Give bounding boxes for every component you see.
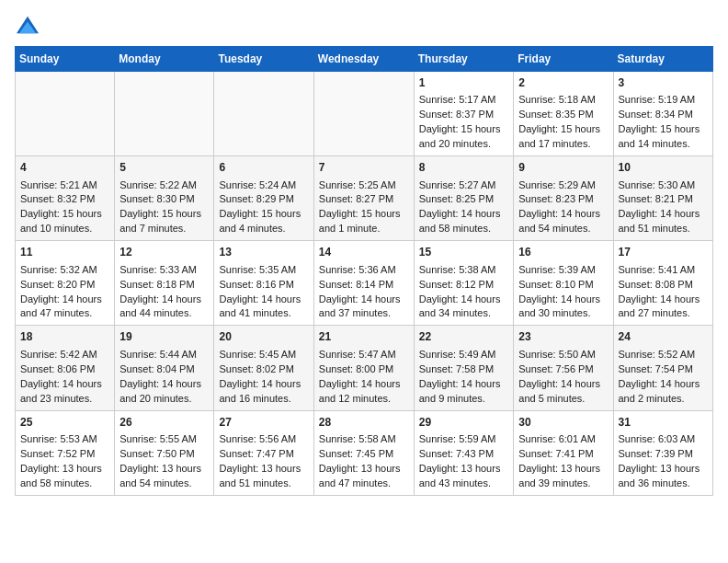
day-number: 10: [619, 160, 709, 176]
sunset-text: Sunset: 8:18 PM: [119, 279, 194, 290]
sunrise-text: Sunrise: 5:29 AM: [518, 179, 596, 190]
sunrise-text: Sunrise: 5:45 AM: [219, 349, 296, 360]
calendar-table: SundayMondayTuesdayWednesdayThursdayFrid…: [15, 46, 713, 496]
sunrise-text: Sunrise: 5:17 AM: [419, 94, 496, 105]
day-number: 16: [518, 245, 608, 260]
calendar-cell: 22Sunrise: 5:49 AMSunset: 7:58 PMDayligh…: [414, 326, 514, 410]
calendar-cell: 13Sunrise: 5:35 AMSunset: 8:16 PMDayligh…: [214, 241, 313, 326]
sunset-text: Sunset: 8:10 PM: [518, 279, 593, 290]
calendar-cell: 24Sunrise: 5:52 AMSunset: 7:54 PMDayligh…: [613, 326, 713, 410]
sunset-text: Sunset: 8:34 PM: [619, 109, 693, 120]
sunrise-text: Sunrise: 5:41 AM: [619, 264, 696, 275]
day-number: 31: [619, 415, 709, 431]
sunset-text: Sunset: 8:32 PM: [20, 193, 95, 204]
day-number: 12: [119, 245, 209, 260]
header-day-monday: Monday: [115, 47, 214, 72]
sunrise-text: Sunrise: 5:47 AM: [319, 349, 396, 360]
logo: [15, 15, 44, 37]
day-number: 7: [319, 160, 409, 176]
sunset-text: Sunset: 7:58 PM: [419, 363, 494, 374]
sunset-text: Sunset: 8:30 PM: [119, 193, 194, 204]
day-number: 1: [419, 75, 509, 91]
sunrise-text: Sunrise: 5:25 AM: [319, 179, 396, 190]
calendar-cell: 20Sunrise: 5:45 AMSunset: 8:02 PMDayligh…: [214, 326, 313, 410]
sunset-text: Sunset: 8:04 PM: [119, 363, 194, 374]
calendar-cell: 28Sunrise: 5:58 AMSunset: 7:45 PMDayligh…: [313, 410, 414, 495]
sunrise-text: Sunrise: 5:53 AM: [20, 433, 97, 444]
calendar-cell: 16Sunrise: 5:39 AMSunset: 8:10 PMDayligh…: [514, 241, 613, 326]
daylight-text: Daylight: 14 hours and 12 minutes.: [319, 378, 401, 404]
sunset-text: Sunset: 8:02 PM: [219, 363, 293, 374]
daylight-text: Daylight: 14 hours and 23 minutes.: [20, 378, 102, 404]
sunrise-text: Sunrise: 5:22 AM: [119, 179, 197, 190]
calendar-week-row: 11Sunrise: 5:32 AMSunset: 8:20 PMDayligh…: [16, 241, 713, 326]
sunset-text: Sunset: 7:56 PM: [518, 363, 593, 374]
sunrise-text: Sunrise: 5:32 AM: [20, 264, 97, 275]
sunrise-text: Sunrise: 5:49 AM: [419, 349, 496, 360]
daylight-text: Daylight: 15 hours and 20 minutes.: [419, 123, 501, 149]
calendar-cell: 15Sunrise: 5:38 AMSunset: 8:12 PMDayligh…: [414, 241, 514, 326]
day-number: 11: [20, 245, 109, 260]
sunset-text: Sunset: 8:29 PM: [219, 193, 293, 204]
calendar-cell: 9Sunrise: 5:29 AMSunset: 8:23 PMDaylight…: [514, 156, 613, 241]
calendar-cell: 6Sunrise: 5:24 AMSunset: 8:29 PMDaylight…: [214, 156, 313, 241]
sunrise-text: Sunrise: 6:01 AM: [518, 433, 596, 444]
calendar-cell: 3Sunrise: 5:19 AMSunset: 8:34 PMDaylight…: [613, 72, 713, 156]
daylight-text: Daylight: 15 hours and 10 minutes.: [20, 208, 102, 234]
sunrise-text: Sunrise: 5:33 AM: [119, 264, 197, 275]
sunrise-text: Sunrise: 5:36 AM: [319, 264, 396, 275]
daylight-text: Daylight: 14 hours and 51 minutes.: [619, 208, 700, 234]
day-number: 27: [219, 415, 308, 431]
daylight-text: Daylight: 13 hours and 54 minutes.: [119, 463, 201, 488]
sunset-text: Sunset: 8:06 PM: [20, 363, 95, 374]
day-number: 6: [219, 160, 308, 176]
daylight-text: Daylight: 13 hours and 51 minutes.: [219, 463, 301, 488]
sunset-text: Sunset: 8:25 PM: [419, 193, 494, 204]
calendar-cell: 26Sunrise: 5:55 AMSunset: 7:50 PMDayligh…: [115, 410, 214, 495]
calendar-cell: 25Sunrise: 5:53 AMSunset: 7:52 PMDayligh…: [16, 410, 115, 495]
daylight-text: Daylight: 13 hours and 39 minutes.: [518, 463, 600, 488]
sunset-text: Sunset: 7:45 PM: [319, 448, 393, 459]
daylight-text: Daylight: 13 hours and 58 minutes.: [20, 463, 102, 488]
day-number: 3: [619, 75, 709, 91]
calendar-cell: [16, 72, 115, 156]
calendar-cell: 29Sunrise: 5:59 AMSunset: 7:43 PMDayligh…: [414, 410, 514, 495]
sunset-text: Sunset: 7:52 PM: [20, 448, 95, 459]
calendar-cell: 19Sunrise: 5:44 AMSunset: 8:04 PMDayligh…: [115, 326, 214, 410]
sunrise-text: Sunrise: 5:50 AM: [518, 349, 596, 360]
daylight-text: Daylight: 14 hours and 27 minutes.: [619, 293, 700, 319]
sunset-text: Sunset: 8:21 PM: [619, 193, 693, 204]
sunrise-text: Sunrise: 5:56 AM: [219, 433, 296, 444]
sunset-text: Sunset: 7:43 PM: [419, 448, 494, 459]
calendar-cell: 1Sunrise: 5:17 AMSunset: 8:37 PMDaylight…: [414, 72, 514, 156]
sunset-text: Sunset: 7:41 PM: [518, 448, 593, 459]
daylight-text: Daylight: 14 hours and 20 minutes.: [119, 378, 201, 404]
calendar-cell: 7Sunrise: 5:25 AMSunset: 8:27 PMDaylight…: [313, 156, 414, 241]
sunrise-text: Sunrise: 5:19 AM: [619, 94, 696, 105]
daylight-text: Daylight: 14 hours and 5 minutes.: [518, 378, 600, 404]
header-day-thursday: Thursday: [414, 47, 514, 72]
daylight-text: Daylight: 13 hours and 36 minutes.: [619, 463, 700, 488]
day-number: 17: [619, 245, 709, 260]
day-number: 30: [518, 415, 608, 431]
daylight-text: Daylight: 14 hours and 16 minutes.: [219, 378, 301, 404]
calendar-week-row: 18Sunrise: 5:42 AMSunset: 8:06 PMDayligh…: [16, 326, 713, 410]
daylight-text: Daylight: 14 hours and 58 minutes.: [419, 208, 501, 234]
sunrise-text: Sunrise: 6:03 AM: [619, 433, 696, 444]
day-number: 14: [319, 245, 409, 260]
daylight-text: Daylight: 15 hours and 7 minutes.: [119, 208, 201, 234]
day-number: 22: [419, 329, 509, 345]
sunset-text: Sunset: 7:54 PM: [619, 363, 693, 374]
sunset-text: Sunset: 8:00 PM: [319, 363, 393, 374]
sunrise-text: Sunrise: 5:30 AM: [619, 179, 696, 190]
sunset-text: Sunset: 8:27 PM: [319, 193, 393, 204]
header-day-tuesday: Tuesday: [214, 47, 313, 72]
day-number: 29: [419, 415, 509, 431]
calendar-cell: [313, 72, 414, 156]
sunset-text: Sunset: 8:08 PM: [619, 279, 693, 290]
sunset-text: Sunset: 8:37 PM: [419, 109, 494, 120]
sunrise-text: Sunrise: 5:59 AM: [419, 433, 496, 444]
calendar-week-row: 4Sunrise: 5:21 AMSunset: 8:32 PMDaylight…: [16, 156, 713, 241]
sunrise-text: Sunrise: 5:52 AM: [619, 349, 696, 360]
day-number: 4: [20, 160, 109, 176]
